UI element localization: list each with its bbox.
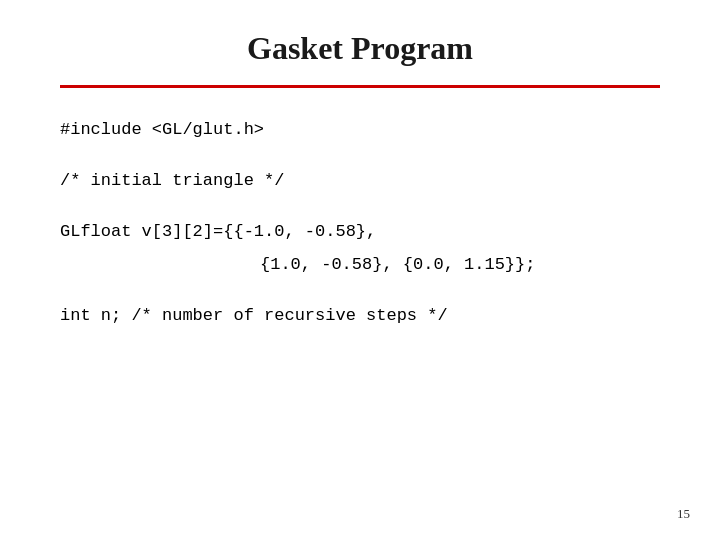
code-line-include: #include <GL/glut.h> bbox=[60, 116, 660, 145]
code-line-glfloat-1: GLfloat v[3][2]={{-1.0, -0.58}, bbox=[60, 218, 660, 247]
title-divider bbox=[60, 85, 660, 88]
code-block: #include <GL/glut.h> /* initial triangle… bbox=[60, 116, 660, 330]
code-line-comment: /* initial triangle */ bbox=[60, 167, 660, 196]
slide-container: Gasket Program #include <GL/glut.h> /* i… bbox=[0, 0, 720, 540]
section-int-n: int n; /* number of recursive steps */ bbox=[60, 302, 660, 331]
code-line-int-n: int n; /* number of recursive steps */ bbox=[60, 302, 660, 331]
section-include: #include <GL/glut.h> bbox=[60, 116, 660, 145]
slide-title: Gasket Program bbox=[60, 30, 660, 67]
slide-number: 15 bbox=[677, 506, 690, 522]
section-glfloat: GLfloat v[3][2]={{-1.0, -0.58}, {1.0, -0… bbox=[60, 218, 660, 280]
code-line-glfloat-2: {1.0, -0.58}, {0.0, 1.15}}; bbox=[60, 251, 660, 280]
section-comment: /* initial triangle */ bbox=[60, 167, 660, 196]
